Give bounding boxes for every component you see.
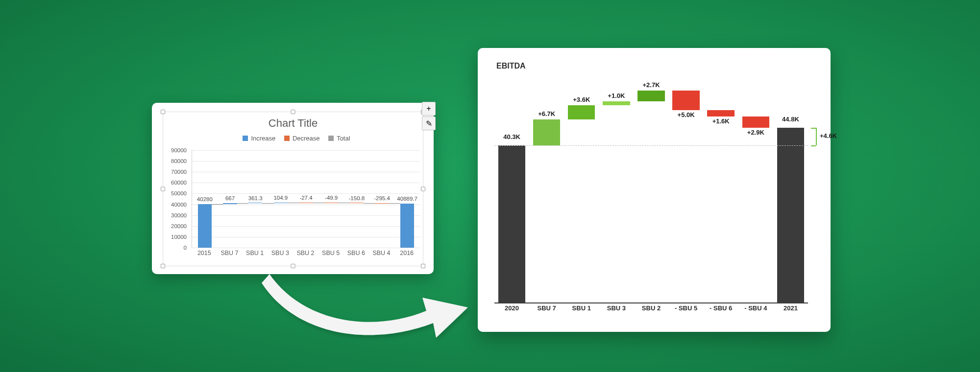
y-axis: 0100002000030000400005000060000700008000… [166,150,187,248]
excel-chart-selection[interactable]: Chart Title Increase Decrease Total 0100… [163,112,423,266]
bar [274,203,288,203]
bar [248,203,262,203]
chart-style-button[interactable]: ✎ [422,116,436,130]
plot-area: 40280667361.3104.9-27.4-49.9-150.8-295.4… [192,150,420,248]
bar [533,119,560,145]
x-tick: - SBU 6 [710,304,732,312]
x-tick: SBU 3 [607,304,626,312]
data-label: 361.3 [248,195,263,201]
legend-swatch-total [328,136,334,141]
data-label: 104.9 [273,195,288,201]
chart-add-element-button[interactable]: + [422,102,436,116]
data-label: +6.7K [538,110,555,117]
data-label: +5.0K [678,111,695,118]
bar [498,145,525,302]
data-label: -49.9 [325,195,338,201]
resize-handle[interactable] [291,264,295,268]
data-label: +2.9K [747,129,764,136]
x-tick: SBU 2 [642,304,661,312]
bar [672,91,699,110]
x-tick: - SBU 4 [744,304,767,312]
legend-label-total: Total [337,135,350,142]
x-tick: SBU 2 [296,250,314,256]
y-tick: 0 [166,245,187,251]
y-tick: 10000 [166,234,187,240]
plus-icon: + [426,104,431,113]
y-tick: 30000 [166,212,187,218]
data-label: -295.4 [374,195,390,201]
y-tick: 70000 [166,169,187,175]
brush-icon: ✎ [426,119,432,128]
x-tick: SBU 4 [372,250,390,256]
excel-chart-card: Chart Title Increase Decrease Total 0100… [152,103,434,274]
x-tick: - SBU 5 [675,304,697,312]
bar [324,203,338,203]
transform-arrow-icon [250,264,475,348]
bar [400,204,414,248]
x-tick: SBU 3 [271,250,289,256]
y-tick: 60000 [166,180,187,186]
x-tick: 2015 [197,250,211,256]
x-axis: 2020SBU 7SBU 1SBU 3SBU 2- SBU 5- SBU 6- … [494,304,808,319]
data-label: -150.8 [349,195,365,201]
bar [777,128,804,302]
resize-handle[interactable] [291,110,295,114]
resize-handle[interactable] [161,110,165,114]
bar [742,116,769,128]
bar [350,203,364,203]
plot-area: 40.3K+6.7K+3.6K+1.0K+2.7K+5.0K+1.6K+2.9K… [494,72,808,303]
resize-handle[interactable] [421,187,425,191]
x-axis: 2015SBU 7SBU 1SBU 3SBU 2SBU 5SBU 6SBU 42… [192,250,419,263]
bar [568,105,595,119]
y-tick: 20000 [166,223,187,229]
data-label: 40.3K [503,133,520,140]
y-tick: 40000 [166,202,187,208]
x-tick: SBU 7 [220,250,238,256]
bar [375,203,389,204]
x-tick: 2020 [505,304,519,312]
y-tick: 50000 [166,190,187,196]
data-label: +2.7K [642,81,660,89]
data-label: 40280 [197,196,213,202]
x-tick: SBU 7 [538,304,556,312]
resize-handle[interactable] [161,264,165,268]
bar [198,204,212,248]
bar [707,110,734,116]
data-label: 40889.7 [397,196,417,202]
x-tick: SBU 1 [246,250,264,256]
legend-swatch-increase [243,136,248,141]
bar [223,203,237,204]
legend-swatch-decrease [284,136,290,141]
styled-waterfall-card: EBITDA 40.3K+6.7K+3.6K+1.0K+2.7K+5.0K+1.… [478,48,831,332]
y-tick: 90000 [166,147,187,153]
x-tick: SBU 6 [347,250,365,256]
bar [299,203,313,203]
x-tick: 2021 [784,304,798,312]
y-tick: 80000 [166,158,187,164]
data-label: +3.6K [573,96,590,103]
resize-handle[interactable] [161,187,165,191]
x-tick: 2016 [400,250,414,256]
chart-title[interactable]: Chart Title [163,117,423,130]
data-label: 44.8K [782,116,799,123]
x-tick: SBU 1 [572,304,591,312]
legend-label-decrease: Decrease [293,135,320,142]
data-label: -27.4 [299,195,312,201]
data-label: +1.0K [608,92,625,99]
difference-label: +4.6K [820,132,837,140]
x-tick: SBU 5 [322,250,340,256]
resize-handle[interactable] [421,264,425,268]
chart-legend: Increase Decrease Total [163,135,423,142]
data-label: 667 [225,195,235,201]
bar [603,101,630,105]
legend-label-increase: Increase [251,135,275,142]
chart-title: EBITDA [496,62,526,70]
bar [637,91,664,101]
data-label: +1.6K [712,117,730,125]
